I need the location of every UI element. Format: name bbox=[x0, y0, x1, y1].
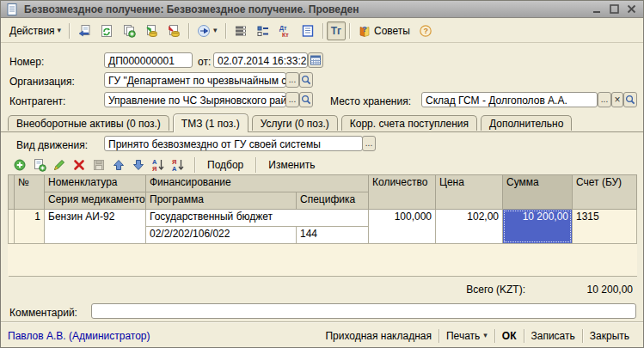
storage-clear-button[interactable]: × bbox=[611, 92, 623, 107]
help-button[interactable]: ? bbox=[414, 21, 437, 40]
incoming-invoice-button[interactable]: Приходная накладная bbox=[318, 330, 439, 342]
tips-label: Советы bbox=[374, 25, 410, 37]
storage-select-button[interactable]: ... bbox=[598, 92, 611, 107]
tab-services[interactable]: Услуги (0 поз.) bbox=[252, 115, 338, 131]
cell-specifics[interactable]: 144 bbox=[297, 227, 369, 244]
end-edit-button[interactable] bbox=[92, 158, 106, 172]
storage-field[interactable]: Склад ГСМ - Долгополов А.А. bbox=[421, 92, 598, 107]
col-header-num: № bbox=[15, 175, 45, 210]
document-window: Безвозмездное получение: Безвозмездное п… bbox=[0, 0, 644, 348]
cell-nomenclature[interactable]: Бензин АИ-92 bbox=[45, 210, 146, 244]
move-up-icon bbox=[112, 158, 126, 172]
table-empty-area bbox=[9, 244, 637, 277]
tips-book-icon: ? bbox=[358, 24, 371, 38]
table-toolbar: А Я Я А Подбор Изменить bbox=[13, 156, 317, 174]
copy-row-button[interactable] bbox=[33, 158, 46, 172]
cell-num[interactable]: 1 bbox=[15, 210, 45, 244]
organization-field[interactable]: ГУ "Департамент по чрезвычайным ситуа bbox=[104, 72, 286, 88]
tab-tmz[interactable]: ТМЗ (1 поз.) bbox=[173, 113, 248, 132]
report-button[interactable] bbox=[297, 21, 319, 40]
cell-price[interactable]: 102,00 bbox=[436, 210, 503, 244]
cell-account[interactable]: 1315 bbox=[573, 210, 637, 244]
minimize-button[interactable] bbox=[592, 4, 602, 14]
change-button[interactable]: Изменить bbox=[266, 159, 317, 171]
calendar-button[interactable] bbox=[308, 52, 323, 68]
font-toggle-button[interactable]: Тг bbox=[327, 21, 346, 40]
movement-kind-field[interactable]: Принято безвозмездно от ГУ своей системы bbox=[104, 136, 363, 151]
movement-kind-select-button[interactable]: ... bbox=[362, 136, 376, 151]
actions-menu-button[interactable]: Действия ▾ bbox=[5, 21, 65, 40]
row-marker-cell[interactable] bbox=[9, 210, 15, 244]
tab-noncurrent-assets[interactable]: Внеоборотные активы (0 поз.) bbox=[8, 115, 169, 131]
tab-corr-accounts[interactable]: Корр. счета поступления bbox=[341, 115, 477, 131]
go-to-button[interactable]: ▾ bbox=[193, 21, 222, 40]
titlebar[interactable]: Безвозмездное получение: Безвозмездное п… bbox=[1, 1, 643, 18]
actions-menu-label: Действия bbox=[9, 25, 55, 37]
save-button[interactable]: Записать bbox=[524, 330, 582, 342]
copy-row-icon bbox=[33, 158, 46, 172]
sort-ascending-icon: А Я bbox=[151, 158, 165, 172]
edit-row-button[interactable] bbox=[52, 158, 66, 172]
postings-dtkt-button[interactable]: Дт Кт bbox=[274, 21, 297, 40]
cell-sum-selected[interactable]: 10 200,00 bbox=[503, 210, 573, 244]
counterparty-field[interactable]: Управление по ЧС Зыряновского района bbox=[104, 92, 286, 107]
maximize-button[interactable] bbox=[610, 4, 619, 14]
sort-descending-button[interactable]: Я А bbox=[171, 158, 185, 172]
refresh-button[interactable] bbox=[95, 21, 118, 40]
pick-button[interactable]: Подбор bbox=[205, 159, 246, 171]
edit-icon bbox=[52, 158, 66, 172]
copy-document-icon bbox=[122, 24, 136, 38]
counterparty-label: Контрагент: bbox=[9, 94, 65, 109]
organization-lookup-button[interactable] bbox=[299, 72, 313, 88]
cell-quantity[interactable]: 100,000 bbox=[369, 210, 436, 244]
move-up-button[interactable] bbox=[112, 158, 126, 172]
comment-label: Комментарий: bbox=[9, 305, 77, 321]
number-field[interactable]: ДП000000001 bbox=[104, 52, 193, 68]
cell-financing[interactable]: Государственный бюджет bbox=[146, 210, 369, 227]
total-label: Всего (KZT): bbox=[371, 284, 525, 296]
col-header-account: Счет (БУ) bbox=[573, 175, 637, 210]
comment-field[interactable] bbox=[91, 303, 636, 319]
col-header-financing: Финансирование bbox=[146, 175, 369, 192]
toolbar-separator bbox=[322, 23, 323, 39]
reread-button[interactable] bbox=[73, 21, 95, 40]
col-header-program: Программа bbox=[146, 192, 297, 210]
delete-row-button[interactable] bbox=[72, 158, 86, 172]
tab-additional[interactable]: Дополнительно bbox=[481, 115, 572, 131]
search-icon bbox=[301, 95, 311, 105]
cell-program[interactable]: 02/2/202/106/022 bbox=[146, 227, 297, 244]
go-to-icon bbox=[197, 24, 211, 38]
organization-select-button[interactable]: ... bbox=[285, 72, 299, 88]
document-structure-button[interactable] bbox=[230, 21, 252, 40]
add-row-button[interactable] bbox=[13, 158, 27, 172]
col-header-series: Серия медикаментов bbox=[45, 192, 146, 210]
col-header-nomenclature: Номенклатура bbox=[45, 175, 146, 192]
close-button[interactable] bbox=[627, 4, 636, 14]
unpost-document-button[interactable] bbox=[163, 21, 185, 40]
row-marker-header bbox=[9, 175, 15, 210]
move-down-button[interactable] bbox=[132, 158, 145, 172]
list-settings-icon bbox=[256, 24, 270, 38]
svg-text:Кт: Кт bbox=[282, 31, 289, 37]
print-button[interactable]: Печать ▾ bbox=[439, 330, 494, 342]
calendar-icon bbox=[310, 55, 321, 65]
organization-label: Организация: bbox=[9, 74, 75, 89]
svg-text:Я: Я bbox=[152, 165, 156, 172]
ok-button[interactable]: ОК bbox=[495, 330, 524, 342]
list-settings-button[interactable] bbox=[252, 21, 274, 40]
tips-button[interactable]: ? Советы bbox=[353, 21, 414, 40]
svg-text:?: ? bbox=[362, 24, 367, 33]
sort-ascending-button[interactable]: А Я bbox=[151, 158, 165, 172]
toolbar-separator bbox=[349, 23, 350, 39]
chevron-down-icon: ▾ bbox=[213, 27, 218, 34]
counterparty-lookup-button[interactable] bbox=[299, 92, 313, 107]
document-structure-icon bbox=[234, 24, 248, 38]
refresh-icon bbox=[100, 24, 113, 38]
close-form-button[interactable]: Закрыть bbox=[583, 330, 636, 342]
counterparty-select-button[interactable]: ... bbox=[285, 92, 299, 107]
post-document-button[interactable] bbox=[140, 21, 163, 40]
copy-document-button[interactable] bbox=[118, 21, 140, 40]
search-icon bbox=[625, 95, 635, 105]
storage-lookup-button[interactable] bbox=[623, 92, 637, 107]
date-field[interactable]: 02.07.2014 16:33:25 bbox=[213, 52, 308, 68]
